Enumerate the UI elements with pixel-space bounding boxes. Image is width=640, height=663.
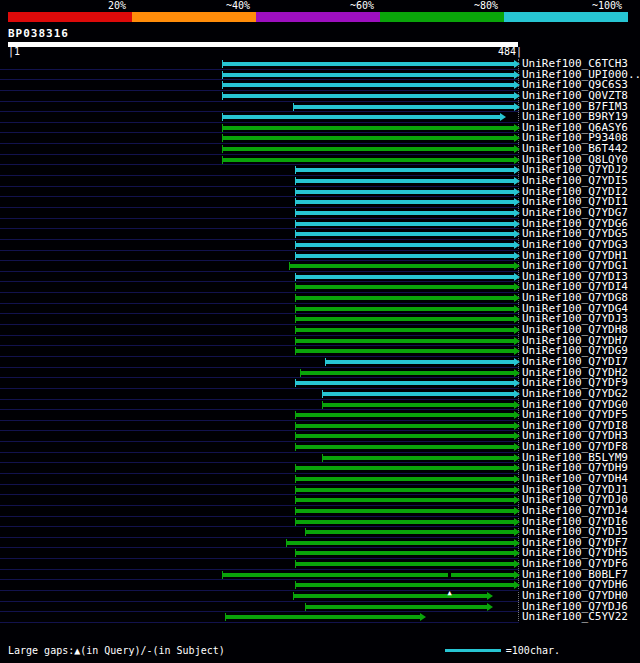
bar-arrowhead-icon	[514, 241, 520, 249]
alignment-bar[interactable]	[322, 403, 514, 407]
alignment-bar[interactable]: ▲	[293, 594, 488, 598]
bar-arrowhead-icon	[514, 560, 520, 568]
alignment-bar[interactable]	[295, 488, 514, 492]
alignment-bar[interactable]	[295, 328, 514, 332]
alignment-bar[interactable]	[295, 232, 514, 236]
bar-arrowhead-icon	[514, 549, 520, 557]
identity-key-segment	[8, 12, 132, 22]
bar-arrowhead-icon	[514, 230, 520, 238]
alignment-bar[interactable]	[305, 605, 487, 609]
query-gap-marker: ▲	[447, 590, 451, 597]
alignment-bar[interactable]	[295, 349, 514, 353]
alignment-bar[interactable]	[295, 498, 514, 502]
alignment-bar[interactable]	[295, 168, 514, 172]
alignment-bar[interactable]	[289, 264, 513, 268]
alignment-bar[interactable]	[305, 530, 514, 534]
bar-arrowhead-icon	[514, 401, 520, 409]
alignment-bar[interactable]	[222, 83, 514, 87]
alignment-bar[interactable]	[295, 179, 514, 183]
bar-arrowhead-icon	[514, 486, 520, 494]
alignment-bar[interactable]	[295, 466, 514, 470]
bar-start-tick	[222, 81, 223, 89]
bar-start-tick	[295, 315, 296, 323]
alignment-bar[interactable]	[222, 73, 514, 77]
bar-arrowhead-icon	[514, 539, 520, 547]
bar-start-tick	[295, 518, 296, 526]
alignment-bar[interactable]	[295, 562, 514, 566]
alignment-bar[interactable]	[293, 105, 514, 109]
alignment-bar[interactable]	[295, 509, 514, 513]
alignment-bar[interactable]	[295, 339, 514, 343]
alignment-bar[interactable]	[295, 445, 514, 449]
query-coordinates: |1 484|	[8, 47, 522, 57]
alignment-bar[interactable]	[322, 456, 514, 460]
alignment-rows: UniRef100_C6TCH3UniRef100_UPI000..UniRef…	[0, 59, 640, 623]
bar-arrowhead-icon	[487, 603, 493, 611]
alignment-bar[interactable]	[295, 296, 514, 300]
bar-arrowhead-icon	[514, 177, 520, 185]
alignment-bar[interactable]	[295, 583, 514, 587]
bar-start-tick	[295, 496, 296, 504]
alignment-bar[interactable]	[222, 136, 514, 140]
alignment-bar[interactable]	[295, 307, 514, 311]
bar-arrowhead-icon	[514, 124, 520, 132]
alignment-bar[interactable]	[295, 285, 514, 289]
bar-start-tick	[289, 262, 290, 270]
alignment-bar[interactable]	[222, 158, 514, 162]
alignment-bar[interactable]	[295, 434, 514, 438]
bar-start-tick	[295, 486, 296, 494]
bar-arrowhead-icon	[514, 379, 520, 387]
bar-arrowhead-icon	[514, 166, 520, 174]
alignment-bar[interactable]	[222, 147, 514, 151]
bar-arrowhead-icon	[514, 134, 520, 142]
alignment-row: UniRef100_C5YV22	[0, 612, 640, 623]
bar-arrowhead-icon	[514, 475, 520, 483]
alignment-bar[interactable]	[295, 200, 514, 204]
identity-key-segment	[256, 12, 380, 22]
bar-start-tick	[295, 273, 296, 281]
alignment-bar[interactable]	[222, 573, 514, 577]
alignment-bar[interactable]	[222, 115, 500, 119]
alignment-bar[interactable]	[295, 551, 514, 555]
alignment-bar[interactable]	[325, 360, 514, 364]
alignment-bar[interactable]	[286, 541, 514, 545]
bar-start-tick	[295, 507, 296, 515]
bar-start-tick	[295, 443, 296, 451]
alignment-bar[interactable]	[295, 275, 514, 279]
alignment-bar[interactable]	[295, 190, 514, 194]
alignment-bar[interactable]	[222, 126, 514, 130]
alignment-bar[interactable]	[295, 243, 514, 247]
alignment-bar[interactable]	[295, 520, 514, 524]
alignment-bar[interactable]	[322, 392, 514, 396]
alignment-bar[interactable]	[295, 413, 514, 417]
alignment-bar[interactable]	[295, 424, 514, 428]
bar-start-tick	[222, 124, 223, 132]
alignment-bar[interactable]	[295, 211, 514, 215]
scale-legend-label: =100char.	[506, 645, 560, 657]
alignment-bar[interactable]	[222, 62, 514, 66]
bar-start-tick	[295, 166, 296, 174]
bar-arrowhead-icon	[514, 92, 520, 100]
bar-arrowhead-icon	[514, 528, 520, 536]
alignment-bar[interactable]	[295, 477, 514, 481]
alignment-bar[interactable]	[295, 381, 514, 385]
bar-arrowhead-icon	[514, 507, 520, 515]
alignment-bar[interactable]	[300, 371, 514, 375]
alignment-bar[interactable]	[222, 94, 514, 98]
bar-arrowhead-icon	[514, 188, 520, 196]
bar-arrowhead-icon	[514, 411, 520, 419]
bar-arrowhead-icon	[514, 103, 520, 111]
hit-label[interactable]: UniRef100_C5YV22	[522, 612, 628, 623]
bar-arrowhead-icon	[514, 390, 520, 398]
bar-arrowhead-icon	[514, 326, 520, 334]
bar-arrowhead-icon	[514, 252, 520, 260]
bar-start-tick	[295, 411, 296, 419]
bar-arrowhead-icon	[514, 464, 520, 472]
alignment-bar[interactable]	[295, 222, 514, 226]
alignment-bar[interactable]	[295, 317, 514, 321]
alignment-bar[interactable]	[225, 615, 420, 619]
bar-start-tick	[322, 390, 323, 398]
subject-gap-marker	[448, 573, 451, 577]
bar-arrowhead-icon	[514, 60, 520, 68]
alignment-bar[interactable]	[295, 254, 514, 258]
